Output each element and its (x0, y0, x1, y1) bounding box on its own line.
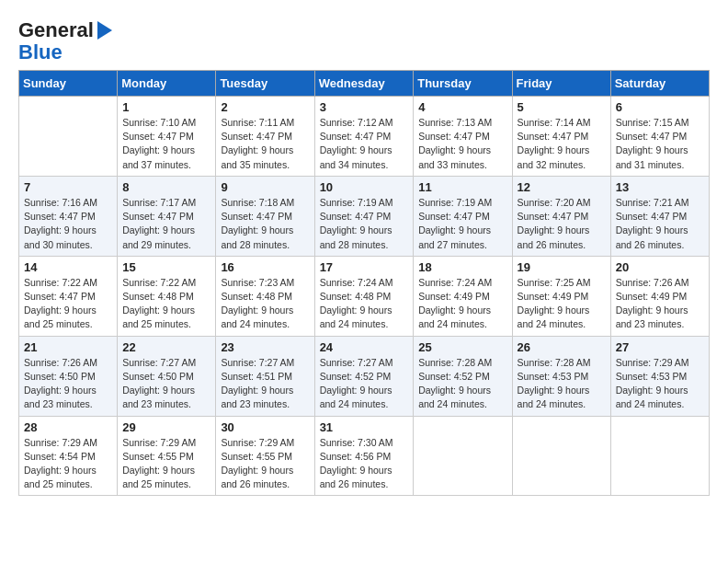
calendar-cell: 19Sunrise: 7:25 AMSunset: 4:49 PMDayligh… (512, 256, 610, 336)
calendar-cell: 12Sunrise: 7:20 AMSunset: 4:47 PMDayligh… (512, 176, 610, 256)
day-info: Sunrise: 7:26 AMSunset: 4:50 PMDaylight:… (24, 356, 112, 412)
calendar-cell: 31Sunrise: 7:30 AMSunset: 4:56 PMDayligh… (314, 416, 414, 496)
day-number: 16 (221, 260, 309, 274)
day-info: Sunrise: 7:15 AMSunset: 4:47 PMDaylight:… (616, 116, 704, 172)
day-number: 7 (24, 180, 112, 194)
calendar-cell: 17Sunrise: 7:24 AMSunset: 4:48 PMDayligh… (314, 256, 414, 336)
calendar-cell: 9Sunrise: 7:18 AMSunset: 4:47 PMDaylight… (216, 176, 314, 256)
day-info: Sunrise: 7:26 AMSunset: 4:49 PMDaylight:… (616, 276, 704, 332)
day-info: Sunrise: 7:19 AMSunset: 4:47 PMDaylight:… (418, 196, 506, 252)
calendar-week-5: 28Sunrise: 7:29 AMSunset: 4:54 PMDayligh… (19, 416, 710, 496)
day-number: 2 (221, 100, 309, 114)
day-info: Sunrise: 7:21 AMSunset: 4:47 PMDaylight:… (616, 196, 704, 252)
calendar-cell: 28Sunrise: 7:29 AMSunset: 4:54 PMDayligh… (19, 416, 118, 496)
calendar-week-3: 14Sunrise: 7:22 AMSunset: 4:47 PMDayligh… (19, 256, 710, 336)
day-number: 4 (418, 100, 506, 114)
calendar-header-row: SundayMondayTuesdayWednesdayThursdayFrid… (19, 71, 710, 97)
day-number: 25 (418, 340, 506, 354)
logo-arrow-icon (97, 21, 112, 40)
calendar-cell: 1Sunrise: 7:10 AMSunset: 4:47 PMDaylight… (118, 97, 216, 177)
day-info: Sunrise: 7:29 AMSunset: 4:54 PMDaylight:… (24, 436, 112, 492)
day-info: Sunrise: 7:13 AMSunset: 4:47 PMDaylight:… (418, 116, 506, 172)
day-number: 29 (122, 420, 210, 434)
calendar-cell: 16Sunrise: 7:23 AMSunset: 4:48 PMDayligh… (216, 256, 314, 336)
day-number: 27 (616, 340, 704, 354)
day-info: Sunrise: 7:28 AMSunset: 4:52 PMDaylight:… (418, 356, 506, 412)
day-info: Sunrise: 7:18 AMSunset: 4:47 PMDaylight:… (221, 196, 309, 252)
calendar-cell: 7Sunrise: 7:16 AMSunset: 4:47 PMDaylight… (19, 176, 118, 256)
day-number: 26 (518, 340, 606, 354)
day-info: Sunrise: 7:28 AMSunset: 4:53 PMDaylight:… (518, 356, 606, 412)
calendar-cell: 5Sunrise: 7:14 AMSunset: 4:47 PMDaylight… (512, 97, 610, 177)
header-friday: Friday (512, 71, 610, 97)
calendar-table: SundayMondayTuesdayWednesdayThursdayFrid… (18, 70, 710, 496)
calendar-cell: 10Sunrise: 7:19 AMSunset: 4:47 PMDayligh… (314, 176, 414, 256)
calendar-cell: 22Sunrise: 7:27 AMSunset: 4:50 PMDayligh… (118, 336, 216, 416)
calendar-cell (414, 416, 512, 496)
calendar-cell: 14Sunrise: 7:22 AMSunset: 4:47 PMDayligh… (19, 256, 118, 336)
day-number: 20 (616, 260, 704, 274)
header-monday: Monday (118, 71, 216, 97)
day-number: 23 (221, 340, 309, 354)
header-sunday: Sunday (19, 71, 118, 97)
day-info: Sunrise: 7:29 AMSunset: 4:55 PMDaylight:… (122, 436, 210, 492)
day-number: 19 (518, 260, 606, 274)
calendar-cell (19, 97, 118, 177)
calendar-week-4: 21Sunrise: 7:26 AMSunset: 4:50 PMDayligh… (19, 336, 710, 416)
day-number: 28 (24, 420, 112, 434)
day-number: 31 (320, 420, 409, 434)
day-number: 24 (320, 340, 409, 354)
header-wednesday: Wednesday (314, 71, 414, 97)
calendar-cell: 27Sunrise: 7:29 AMSunset: 4:53 PMDayligh… (610, 336, 709, 416)
day-number: 5 (518, 100, 606, 114)
day-info: Sunrise: 7:25 AMSunset: 4:49 PMDaylight:… (518, 276, 606, 332)
calendar-cell: 4Sunrise: 7:13 AMSunset: 4:47 PMDaylight… (414, 97, 512, 177)
calendar-cell: 6Sunrise: 7:15 AMSunset: 4:47 PMDaylight… (610, 97, 709, 177)
day-info: Sunrise: 7:29 AMSunset: 4:53 PMDaylight:… (616, 356, 704, 412)
calendar-cell: 24Sunrise: 7:27 AMSunset: 4:52 PMDayligh… (314, 336, 414, 416)
day-info: Sunrise: 7:19 AMSunset: 4:47 PMDaylight:… (320, 196, 409, 252)
calendar-cell (610, 416, 709, 496)
day-number: 8 (122, 180, 210, 194)
day-info: Sunrise: 7:16 AMSunset: 4:47 PMDaylight:… (24, 196, 112, 252)
day-info: Sunrise: 7:12 AMSunset: 4:47 PMDaylight:… (320, 116, 409, 172)
header-saturday: Saturday (610, 71, 709, 97)
calendar-cell: 30Sunrise: 7:29 AMSunset: 4:55 PMDayligh… (216, 416, 314, 496)
day-info: Sunrise: 7:22 AMSunset: 4:47 PMDaylight:… (24, 276, 112, 332)
day-number: 9 (221, 180, 309, 194)
day-info: Sunrise: 7:27 AMSunset: 4:50 PMDaylight:… (122, 356, 210, 412)
day-info: Sunrise: 7:27 AMSunset: 4:51 PMDaylight:… (221, 356, 309, 412)
day-info: Sunrise: 7:24 AMSunset: 4:49 PMDaylight:… (418, 276, 506, 332)
calendar-cell: 8Sunrise: 7:17 AMSunset: 4:47 PMDaylight… (118, 176, 216, 256)
day-number: 1 (122, 100, 210, 114)
day-number: 21 (24, 340, 112, 354)
calendar-cell: 13Sunrise: 7:21 AMSunset: 4:47 PMDayligh… (610, 176, 709, 256)
day-info: Sunrise: 7:22 AMSunset: 4:48 PMDaylight:… (122, 276, 210, 332)
calendar-cell: 15Sunrise: 7:22 AMSunset: 4:48 PMDayligh… (118, 256, 216, 336)
day-info: Sunrise: 7:20 AMSunset: 4:47 PMDaylight:… (518, 196, 606, 252)
day-info: Sunrise: 7:17 AMSunset: 4:47 PMDaylight:… (122, 196, 210, 252)
logo: General Blue (18, 18, 112, 63)
day-number: 6 (616, 100, 704, 114)
calendar-cell: 11Sunrise: 7:19 AMSunset: 4:47 PMDayligh… (414, 176, 512, 256)
calendar-cell (512, 416, 610, 496)
calendar-cell: 26Sunrise: 7:28 AMSunset: 4:53 PMDayligh… (512, 336, 610, 416)
day-info: Sunrise: 7:10 AMSunset: 4:47 PMDaylight:… (122, 116, 210, 172)
logo-general: General (18, 18, 94, 42)
day-number: 10 (320, 180, 409, 194)
day-info: Sunrise: 7:30 AMSunset: 4:56 PMDaylight:… (320, 436, 409, 492)
calendar-cell: 18Sunrise: 7:24 AMSunset: 4:49 PMDayligh… (414, 256, 512, 336)
day-number: 12 (518, 180, 606, 194)
day-number: 18 (418, 260, 506, 274)
day-info: Sunrise: 7:11 AMSunset: 4:47 PMDaylight:… (221, 116, 309, 172)
logo-blue: Blue (18, 42, 63, 63)
day-info: Sunrise: 7:14 AMSunset: 4:47 PMDaylight:… (518, 116, 606, 172)
day-info: Sunrise: 7:27 AMSunset: 4:52 PMDaylight:… (320, 356, 409, 412)
day-number: 17 (320, 260, 409, 274)
calendar-cell: 20Sunrise: 7:26 AMSunset: 4:49 PMDayligh… (610, 256, 709, 336)
day-number: 22 (122, 340, 210, 354)
day-number: 11 (418, 180, 506, 194)
day-number: 3 (320, 100, 409, 114)
calendar-cell: 29Sunrise: 7:29 AMSunset: 4:55 PMDayligh… (118, 416, 216, 496)
day-info: Sunrise: 7:23 AMSunset: 4:48 PMDaylight:… (221, 276, 309, 332)
